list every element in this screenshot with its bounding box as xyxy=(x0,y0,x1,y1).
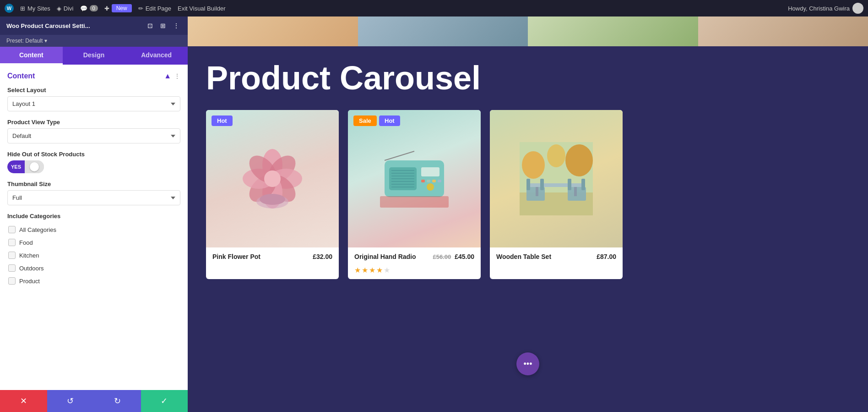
tab-design[interactable]: Design xyxy=(63,47,125,65)
preset-label: Preset: Default xyxy=(6,38,43,44)
select-layout-dropdown[interactable]: Layout 1 Layout 2 Layout 3 xyxy=(7,96,180,111)
edit-icon: ✏ xyxy=(138,5,143,12)
category-checkbox-product[interactable] xyxy=(8,277,16,285)
cancel-icon: ✕ xyxy=(20,396,27,406)
product-card-3[interactable]: Wooden Table Set £87.00 xyxy=(490,110,623,279)
admin-bar-left: W ⊞ My Sites ◈ Divi 💬 0 ✚ New ✏ Edit Pag… xyxy=(5,4,781,13)
edit-page-link[interactable]: ✏ Edit Page xyxy=(138,5,171,12)
product-image-flower xyxy=(206,110,339,247)
strip-block-4 xyxy=(698,16,868,46)
thumbnail-size-dropdown[interactable]: Full Medium Thumbnail xyxy=(7,190,180,205)
more-icon[interactable]: ⋮ xyxy=(174,72,180,80)
preset-chevron-icon: ▾ xyxy=(44,38,47,44)
howdy-text: Howdy, Christina Gwira xyxy=(788,5,850,12)
category-label-kitchen: Kitchen xyxy=(19,252,39,259)
strip-block-2 xyxy=(358,16,528,46)
divi-link[interactable]: ◈ Divi xyxy=(57,5,74,12)
product-info-3: Wooden Table Set £87.00 xyxy=(490,247,623,266)
panel-content: Content ▲ ⋮ Select Layout Layout 1 Layou… xyxy=(0,65,188,390)
strip-block-3 xyxy=(528,16,698,46)
divi-icon: ◈ xyxy=(57,5,61,12)
redo-button[interactable]: ↻ xyxy=(94,390,141,412)
main-layout: Woo Product Carousel Setti... ⊡ ⊞ ⋮ Pres… xyxy=(0,16,868,412)
hide-out-of-stock-toggle[interactable]: YES xyxy=(7,160,44,173)
hide-out-of-stock-label: Hide Out of Stock Products xyxy=(7,151,180,158)
collapse-icon[interactable]: ▲ xyxy=(164,72,171,80)
category-item: Outdoors xyxy=(7,262,180,275)
my-sites-link[interactable]: ⊞ My Sites xyxy=(20,5,50,12)
svg-point-10 xyxy=(260,194,285,205)
product-image-radio xyxy=(348,110,481,247)
product-image-2: Sale Hot xyxy=(348,110,481,247)
sidebar-panel: Woo Product Carousel Setti... ⊡ ⊞ ⋮ Pres… xyxy=(0,16,188,412)
product-view-type-field: Product View Type Default Quick View xyxy=(7,119,180,143)
star-empty-1: ★ xyxy=(384,266,390,275)
canvas-body: Product Carousel Hot xyxy=(188,46,868,412)
sidebar-header: Woo Product Carousel Setti... ⊡ ⊞ ⋮ xyxy=(0,16,188,35)
product-card-1[interactable]: Hot xyxy=(206,110,339,279)
svg-rect-22 xyxy=(427,180,430,182)
product-badge-hot-1: Hot xyxy=(212,115,233,126)
flower-svg xyxy=(236,142,309,215)
svg-point-30 xyxy=(565,144,593,176)
cancel-button[interactable]: ✕ xyxy=(0,390,47,412)
svg-rect-35 xyxy=(526,179,530,190)
product-name-1: Pink Flower Pot xyxy=(212,253,260,260)
thumbnail-size-field: Thumbnail Size Full Medium Thumbnail xyxy=(7,181,180,205)
undo-button[interactable]: ↺ xyxy=(47,390,94,412)
product-view-type-dropdown[interactable]: Default Quick View xyxy=(7,128,180,143)
more-options-button[interactable]: ⋮ xyxy=(171,21,181,30)
product-name-3: Wooden Table Set xyxy=(496,253,551,260)
toggle-track xyxy=(25,160,44,173)
svg-rect-39 xyxy=(581,179,585,190)
new-button[interactable]: ✚ New xyxy=(104,4,132,12)
save-button[interactable]: ✓ xyxy=(141,390,188,412)
sites-icon: ⊞ xyxy=(20,5,25,12)
product-price-1: £32.00 xyxy=(313,253,332,260)
wordpress-icon[interactable]: W xyxy=(5,4,14,13)
comments-link[interactable]: 💬 0 xyxy=(80,5,98,12)
category-checkbox-kitchen[interactable] xyxy=(8,252,16,259)
product-info-2: Original Hand Radio £56.00 £45.00 xyxy=(348,247,481,266)
exit-builder-link[interactable]: Exit Visual Builder xyxy=(178,5,226,12)
grid-button[interactable]: ⊞ xyxy=(158,21,168,30)
floating-dots-button[interactable]: ••• xyxy=(516,352,539,375)
undo-icon: ↺ xyxy=(67,396,74,406)
category-item: Kitchen xyxy=(7,249,180,262)
admin-bar: W ⊞ My Sites ◈ Divi 💬 0 ✚ New ✏ Edit Pag… xyxy=(0,0,868,16)
product-badge-sale-2: Sale xyxy=(353,115,377,126)
category-label-product: Product xyxy=(19,278,40,285)
category-checkbox-all[interactable] xyxy=(8,226,16,233)
svg-rect-36 xyxy=(540,179,544,190)
toggle-wrap: YES xyxy=(7,160,180,173)
preset-row[interactable]: Preset: Default ▾ xyxy=(0,35,188,47)
svg-rect-41 xyxy=(574,187,577,196)
product-image-3 xyxy=(490,110,623,247)
svg-point-8 xyxy=(264,170,281,187)
product-name-2: Original Hand Radio xyxy=(354,253,416,260)
comment-count: 0 xyxy=(90,5,98,11)
plus-icon: ✚ xyxy=(104,5,109,12)
category-label-food: Food xyxy=(19,239,33,246)
product-image-table xyxy=(490,110,623,247)
radio-svg xyxy=(378,147,451,211)
category-checkbox-outdoors[interactable] xyxy=(8,264,16,272)
product-card-2[interactable]: Sale Hot xyxy=(348,110,481,279)
tab-advanced[interactable]: Advanced xyxy=(125,47,188,65)
svg-rect-23 xyxy=(432,180,436,182)
category-label-outdoors: Outdoors xyxy=(19,265,43,272)
category-item: Food xyxy=(7,236,180,249)
canvas-area: Product Carousel Hot xyxy=(188,16,868,412)
user-info: Howdy, Christina Gwira xyxy=(788,3,863,14)
products-row: Hot xyxy=(206,110,850,279)
star-3: ★ xyxy=(369,266,375,275)
minimize-button[interactable]: ⊡ xyxy=(146,21,155,30)
tabs-bar: Content Design Advanced xyxy=(0,47,188,65)
user-avatar[interactable] xyxy=(852,3,863,14)
section-controls: ▲ ⋮ xyxy=(164,72,180,80)
hide-out-of-stock-field: Hide Out of Stock Products YES xyxy=(7,151,180,173)
select-layout-field: Select Layout Layout 1 Layout 2 Layout 3 xyxy=(7,87,180,111)
tab-content[interactable]: Content xyxy=(0,47,63,65)
category-checkbox-food[interactable] xyxy=(8,239,16,246)
toggle-thumb xyxy=(30,162,39,171)
